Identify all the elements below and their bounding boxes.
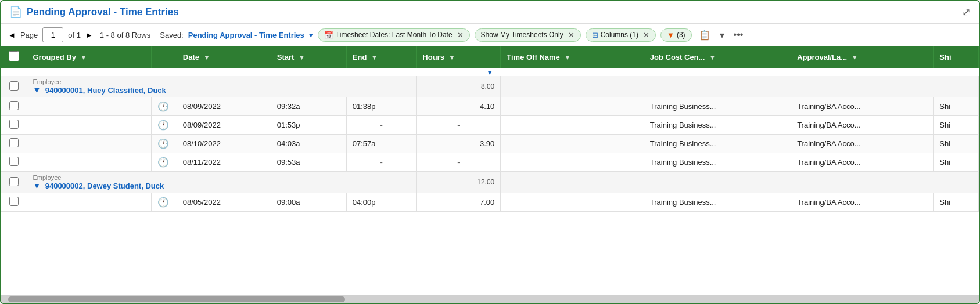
- row1-end: 01:38p: [346, 97, 417, 116]
- row1-job-cost: Training Business...: [644, 97, 791, 116]
- column-filter-indicator: ▼: [1, 68, 979, 76]
- th-time-off[interactable]: Time Off Name ▼: [501, 46, 644, 68]
- group2-name: 940000002, Dewey Student, Duck: [45, 182, 164, 190]
- row5-time-off: [501, 193, 644, 212]
- th-approval[interactable]: Approval/La... ▼: [791, 46, 934, 68]
- th-job-cost[interactable]: Job Cost Cen... ▼: [644, 46, 791, 68]
- more-options-icon[interactable]: •••: [731, 28, 746, 41]
- row1-shift: Shi: [934, 97, 979, 116]
- export-icon[interactable]: 📋: [697, 28, 713, 42]
- hours-sort-icon: ▼: [449, 54, 455, 61]
- table-container: Grouped By ▼ Date ▼ Start ▼ End ▼: [1, 46, 979, 295]
- scroll-thumb[interactable]: [8, 296, 345, 302]
- row3-date: 08/10/2022: [177, 135, 271, 153]
- page-input[interactable]: [42, 27, 63, 42]
- group-row-2: Employee ▼ 940000002, Dewey Student, Duc…: [1, 172, 979, 193]
- row4-end: -: [346, 153, 417, 172]
- th-end[interactable]: End ▼: [346, 46, 417, 68]
- th-hours-label: Hours: [422, 53, 444, 61]
- th-hours[interactable]: Hours ▼: [417, 46, 501, 68]
- entry-icon-2[interactable]: 🕐: [157, 120, 169, 130]
- row3-job-cost: Training Business...: [644, 135, 791, 153]
- table-row: 🕐 08/10/2022 04:03a 07:57a 3.90 Training…: [1, 135, 979, 153]
- expand-icon[interactable]: ⤢: [962, 6, 971, 19]
- table-row: 🕐 08/09/2022 09:32a 01:38p 4.10 Training…: [1, 97, 979, 116]
- group1-label: Employee: [33, 78, 411, 85]
- filter-badge[interactable]: ▼ (3): [660, 28, 692, 42]
- chip-columns-label: Columns (1): [601, 31, 638, 39]
- columns-icon: ⊞: [592, 31, 598, 39]
- chip-columns-close[interactable]: ✕: [643, 31, 649, 39]
- row5-grouped-by: [27, 193, 151, 212]
- row1-time-off: [501, 97, 644, 116]
- row4-job-cost: Training Business...: [644, 153, 791, 172]
- group2-checkbox-cell: [1, 172, 27, 193]
- th-shift[interactable]: Shi: [934, 46, 979, 68]
- row1-date: 08/09/2022: [177, 97, 271, 116]
- select-all-checkbox[interactable]: [9, 51, 19, 61]
- row2-time-off: [501, 116, 644, 135]
- row3-checkbox[interactable]: [9, 138, 19, 147]
- row3-start: 04:03a: [271, 135, 346, 153]
- chip-timesheet-dates: 📅 Timesheet Dates: Last Month To Date ✕: [318, 28, 470, 42]
- time-entries-table: Grouped By ▼ Date ▼ Start ▼ End ▼: [1, 46, 979, 212]
- row3-time-off: [501, 135, 644, 153]
- page-next-button[interactable]: ►: [85, 31, 93, 39]
- row3-action: 🕐: [151, 135, 177, 153]
- page-prev-button[interactable]: ◄: [8, 31, 16, 39]
- chip-timesheet-label: Timesheet Dates: Last Month To Date: [336, 31, 453, 39]
- row1-checkbox[interactable]: [9, 101, 19, 110]
- th-grouped-by[interactable]: Grouped By ▼: [27, 46, 151, 68]
- page-label: Page: [20, 31, 38, 39]
- th-start[interactable]: Start ▼: [271, 46, 346, 68]
- entry-icon-4[interactable]: 🕐: [157, 157, 169, 167]
- row2-start: 01:53p: [271, 116, 346, 135]
- entry-icon-5[interactable]: 🕐: [157, 197, 169, 207]
- horizontal-scrollbar[interactable]: [1, 295, 979, 303]
- group2-checkbox[interactable]: [9, 177, 19, 186]
- row2-grouped-by: [27, 116, 151, 135]
- toolbar: ◄ Page of 1 ► 1 - 8 of 8 Rows Saved: Pen…: [1, 24, 979, 46]
- grouped-by-sort-icon: ▼: [81, 54, 87, 61]
- group2-name-cell: Employee ▼ 940000002, Dewey Student, Duc…: [27, 172, 417, 193]
- entry-icon-3[interactable]: 🕐: [157, 139, 169, 149]
- row5-checkbox[interactable]: [9, 197, 19, 206]
- saved-name[interactable]: Pending Approval - Time Entries: [188, 31, 304, 39]
- chip-my-timesheets-close[interactable]: ✕: [568, 31, 575, 39]
- group2-toggle[interactable]: ▼: [33, 181, 41, 190]
- time-off-sort-icon: ▼: [564, 54, 570, 61]
- row2-checkbox[interactable]: [9, 120, 19, 129]
- table-row: 🕐 08/11/2022 09:53a - - Training Busines…: [1, 153, 979, 172]
- row4-action: 🕐: [151, 153, 177, 172]
- group2-label: Employee: [33, 174, 411, 181]
- dropdown-arrow-icon[interactable]: ▾: [717, 28, 727, 42]
- calendar-icon: 📅: [324, 31, 333, 39]
- row3-end: 07:57a: [346, 135, 417, 153]
- row5-checkbox-cell: [1, 193, 27, 212]
- row1-hours: 4.10: [417, 97, 501, 116]
- filter-count: (3): [677, 31, 685, 39]
- row2-hours: -: [417, 116, 501, 135]
- row3-shift: Shi: [934, 135, 979, 153]
- table-row: 🕐 08/09/2022 01:53p - - Training Busines…: [1, 116, 979, 135]
- row4-approval: Training/BA Acco...: [791, 153, 934, 172]
- row3-approval: Training/BA Acco...: [791, 135, 934, 153]
- chip-timesheet-close[interactable]: ✕: [457, 31, 464, 39]
- th-checkbox: [1, 46, 27, 68]
- saved-dropdown-arrow[interactable]: ▾: [309, 31, 313, 39]
- entry-icon-1[interactable]: 🕐: [157, 102, 169, 111]
- group1-checkbox[interactable]: [9, 81, 19, 91]
- row3-hours: 3.90: [417, 135, 501, 153]
- group1-toggle[interactable]: ▼: [33, 85, 41, 95]
- row4-checkbox[interactable]: [9, 157, 19, 166]
- group2-empty: [501, 172, 979, 193]
- window-title: Pending Approval - Time Entries: [27, 6, 179, 18]
- row5-hours: 7.00: [417, 193, 501, 212]
- row2-date: 08/09/2022: [177, 116, 271, 135]
- th-time-off-label: Time Off Name: [507, 53, 560, 61]
- th-approval-label: Approval/La...: [797, 53, 847, 61]
- th-date[interactable]: Date ▼: [177, 46, 271, 68]
- row5-job-cost: Training Business...: [644, 193, 791, 212]
- th-date-label: Date: [183, 53, 199, 61]
- th-end-label: End: [353, 53, 367, 61]
